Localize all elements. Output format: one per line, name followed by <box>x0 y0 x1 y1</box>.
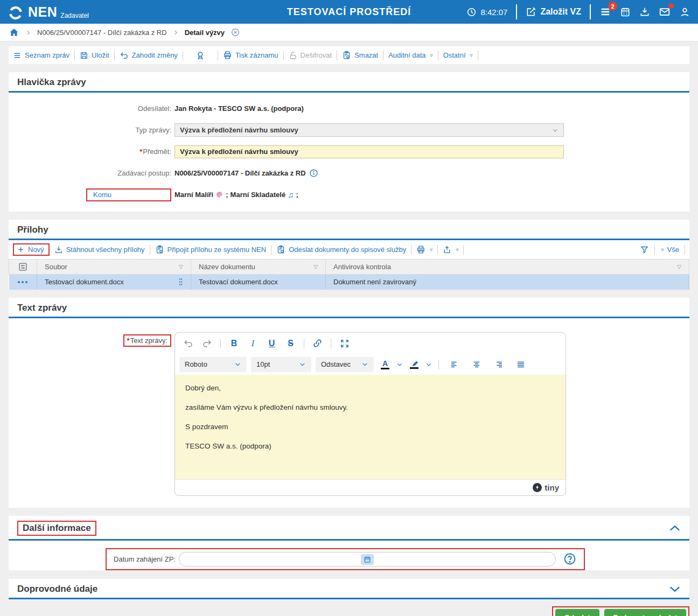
column-filter-icon[interactable]: ▽ <box>313 264 318 270</box>
toolbar-separator <box>478 51 478 60</box>
attach-from-nen-button[interactable]: Připojit přílohu ze systému NEN <box>155 245 267 254</box>
drag-handle-icon[interactable] <box>178 278 183 286</box>
redo-button[interactable] <box>198 335 216 352</box>
file-cell[interactable]: Testovací dokument.docx <box>37 275 191 290</box>
editor-content[interactable]: Dobrý den, zasíláme Vám výzvu k předlože… <box>175 375 566 479</box>
sender-value: Jan Rokyta - TESCO SW a.s. (podpora) <box>174 104 304 113</box>
table-row[interactable]: Testovací dokument.docx Testovací dokume… <box>9 275 689 290</box>
document-name-cell[interactable]: Testovací dokument.docx <box>191 275 326 290</box>
award-button[interactable] <box>196 51 205 60</box>
block-format-select[interactable]: Odstavec <box>316 357 374 372</box>
toolbar-separator <box>438 360 439 369</box>
highlight-color-button[interactable] <box>407 357 421 372</box>
section-title: Hlavička zprávy <box>17 77 86 88</box>
expand-chevron-down-icon[interactable] <box>669 585 681 593</box>
info-icon[interactable] <box>309 169 318 178</box>
column-settings-cell[interactable] <box>9 260 37 275</box>
editor-toolbar-row1: B I U S <box>175 333 566 354</box>
file-name: Testovací dokument.docx <box>45 278 124 286</box>
message-type-label: Typ zprávy: <box>9 126 171 134</box>
profile-button[interactable] <box>679 6 690 18</box>
download-all-button[interactable]: Stáhnout všechny přílohy <box>54 246 145 254</box>
column-filter-icon[interactable]: ▽ <box>677 264 681 270</box>
recipients-label[interactable]: Komu <box>86 188 171 201</box>
messages-button[interactable] <box>659 6 671 18</box>
chevron-down-icon[interactable] <box>396 361 403 368</box>
send-to-filing-button[interactable]: Odeslat dokumenty do spisové služby <box>276 245 406 254</box>
attachments-table: Soubor▽ Název dokumentu▽ Antivirová kont… <box>9 259 689 290</box>
column-header-nazev[interactable]: Název dokumentu▽ <box>191 260 326 275</box>
row-menu-cell[interactable] <box>9 275 37 290</box>
breadcrumb-chevron-icon <box>25 30 31 36</box>
font-family-select[interactable]: Roboto <box>179 357 247 372</box>
toolbar-separator <box>271 245 271 255</box>
unlock-icon <box>289 51 297 60</box>
underline-button[interactable]: U <box>263 335 281 352</box>
close-tab-icon[interactable] <box>231 27 240 37</box>
align-right-button[interactable] <box>490 356 507 373</box>
antivirus-cell[interactable]: Dokument není zavirovaný <box>326 275 689 290</box>
strikethrough-button[interactable]: S <box>282 335 299 352</box>
home-icon[interactable] <box>9 27 19 38</box>
column-filter-icon[interactable]: ▽ <box>179 264 183 270</box>
sign-and-send-button[interactable]: Podepsat a odeslat <box>604 609 686 616</box>
tasks-menu-button[interactable]: 2 <box>599 6 611 18</box>
column-header-soubor[interactable]: Soubor▽ <box>37 260 191 275</box>
downloads-button[interactable] <box>639 6 650 17</box>
align-center-button[interactable] <box>467 356 485 373</box>
italic-button[interactable]: I <box>244 335 262 352</box>
breadcrumb-path[interactable]: N006/25/V00007147 - Dílčí zakázka z RD <box>37 29 167 37</box>
message-paragraph: TESCO SW a.s. (podpora) <box>185 442 555 450</box>
discard-changes-label: Zahodit změny <box>132 51 178 59</box>
breadcrumb: N006/25/V00007147 - Dílčí zakázka z RD D… <box>0 24 698 41</box>
align-justify-button[interactable] <box>512 356 529 373</box>
discard-changes-button[interactable]: Zahodit změny <box>120 51 178 60</box>
chevron-down-icon[interactable] <box>425 361 432 368</box>
sender-label: Odesílatel: <box>9 104 171 113</box>
time-value: 8:42:07 <box>480 8 507 17</box>
message-list-label: Seznam zpráv <box>25 51 69 59</box>
procedure-label: Zadávací postup: <box>9 169 171 177</box>
new-attachment-button[interactable]: Nový <box>13 243 50 256</box>
text-color-button[interactable]: A <box>378 357 392 372</box>
other-dropdown[interactable]: Ostatní ▿ <box>443 51 473 59</box>
subject-label: *Předmět: <box>9 148 171 156</box>
toolbar-separator <box>74 51 75 60</box>
link-button[interactable] <box>309 335 326 352</box>
accompanying-data-section: Doprovodné údaje <box>9 579 689 599</box>
send-button[interactable]: Odeslat <box>555 609 599 616</box>
export-dropdown[interactable]: ▿ <box>443 246 458 254</box>
calendar-picker-icon[interactable] <box>361 554 374 565</box>
help-icon[interactable] <box>563 552 576 565</box>
start-date-input[interactable] <box>179 552 556 566</box>
required-asterisk: * <box>139 148 142 156</box>
message-type-select[interactable]: Výzva k předložení návrhu smlouvy <box>174 123 564 137</box>
create-vz-button[interactable]: Založit VZ <box>526 6 581 17</box>
create-vz-label: Založit VZ <box>540 7 581 17</box>
print-record-button[interactable]: Tisk záznamu <box>223 51 278 60</box>
nen-logo[interactable]: NEN Zadavatel <box>8 1 89 23</box>
fullscreen-button[interactable] <box>336 335 353 352</box>
message-list-button[interactable]: Seznam zpráv <box>13 51 69 60</box>
collapse-chevron-up-icon[interactable] <box>669 524 681 532</box>
download-icon <box>54 246 63 254</box>
font-size-select[interactable]: 10pt <box>251 357 311 372</box>
align-left-button[interactable] <box>445 356 463 373</box>
column-header-antivir[interactable]: Antivirová kontrola▽ <box>326 260 689 275</box>
bold-button[interactable]: B <box>225 335 243 352</box>
print-dropdown[interactable]: ▿ <box>416 245 432 254</box>
message-paragraph: S pozdravem <box>185 423 555 431</box>
column-settings-icon <box>9 262 37 271</box>
person-icon <box>679 6 690 18</box>
list-icon <box>13 51 22 60</box>
filter-funnel-icon[interactable] <box>640 245 649 254</box>
show-all-dropdown[interactable]: ▿ Vše <box>660 246 679 254</box>
calendar-button[interactable] <box>620 6 631 17</box>
undo-button[interactable] <box>179 335 197 352</box>
font-family-value: Roboto <box>185 360 234 368</box>
save-button[interactable]: Uložit <box>80 51 109 60</box>
delete-button[interactable]: Smazat <box>342 51 378 60</box>
audit-data-dropdown[interactable]: Auditní data ▿ <box>388 51 432 59</box>
document-name: Testovací dokument.docx <box>199 278 278 286</box>
subject-input[interactable] <box>174 145 564 158</box>
